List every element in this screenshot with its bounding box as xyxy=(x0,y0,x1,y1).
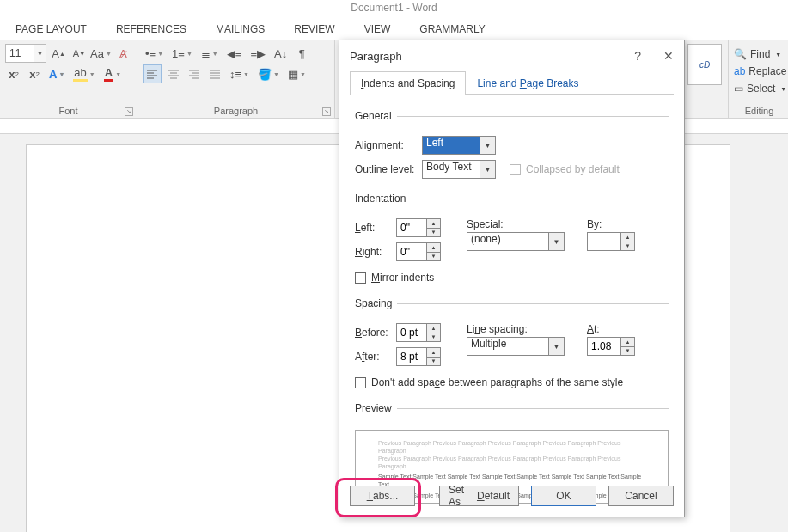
paragraph-dialog-launcher-icon[interactable]: ↘ xyxy=(322,107,331,116)
chevron-down-icon[interactable]: ▼ xyxy=(549,232,565,251)
down-icon[interactable]: ▼ xyxy=(427,253,440,261)
multilevel-list-icon[interactable]: ≣▼ xyxy=(199,44,221,63)
tabs-button[interactable]: Tabs... xyxy=(350,486,415,506)
at-label: At: xyxy=(587,323,600,335)
indent-left-value[interactable] xyxy=(396,218,427,237)
tab-view[interactable]: VIEW xyxy=(364,23,391,35)
preview-legend: Preview xyxy=(355,402,397,414)
align-left-icon[interactable] xyxy=(143,64,162,83)
special-combo[interactable]: (none) ▼ xyxy=(467,232,565,251)
shading-icon[interactable]: 🪣▼ xyxy=(255,64,282,83)
clear-formatting-icon[interactable]: A̷ xyxy=(114,44,131,63)
highlight-icon[interactable]: ab▼ xyxy=(70,64,97,83)
find-button[interactable]: 🔍 Find▼ xyxy=(734,46,785,63)
replace-button[interactable]: ab Replace xyxy=(734,63,785,80)
before-value[interactable] xyxy=(396,323,427,342)
cancel-button[interactable]: Cancel xyxy=(608,486,674,506)
spacing-section: Spacing Before: ▲▼ After: ▲▼ xyxy=(355,297,669,394)
tab-page-layout[interactable]: PAGE LAYOUT xyxy=(15,23,87,35)
font-size-value[interactable]: 11 xyxy=(5,44,34,63)
tab-references[interactable]: REFERENCES xyxy=(116,23,186,35)
dialog-tabs: Indents and Spacing Line and Page Breaks xyxy=(350,71,674,95)
preview-prev-text: Previous Paragraph Previous Paragraph Pr… xyxy=(378,455,645,470)
font-dialog-launcher-icon[interactable]: ↘ xyxy=(125,107,133,116)
dont-add-space-checkbox[interactable]: Don't add space between paragraphs of th… xyxy=(355,376,623,388)
after-value[interactable] xyxy=(396,347,427,366)
spacing-legend: Spacing xyxy=(355,297,397,309)
help-icon[interactable]: ? xyxy=(634,49,641,63)
up-icon[interactable]: ▲ xyxy=(427,324,440,333)
at-value[interactable] xyxy=(587,337,621,356)
up-icon[interactable]: ▲ xyxy=(427,219,440,229)
grow-font-icon[interactable]: A▲ xyxy=(50,44,67,63)
borders-icon[interactable]: ▦▼ xyxy=(285,64,308,83)
chevron-down-icon[interactable]: ▼ xyxy=(549,337,565,356)
tab-review[interactable]: REVIEW xyxy=(294,23,334,35)
shrink-font-icon[interactable]: A▼ xyxy=(70,44,88,63)
down-icon[interactable]: ▼ xyxy=(621,242,634,251)
chevron-down-icon[interactable]: ▼ xyxy=(480,136,496,155)
editing-group: 🔍 Find▼ ab Replace ▭ Select▼ Editing xyxy=(728,40,788,118)
font-color-icon[interactable]: A▼ xyxy=(101,64,124,83)
up-icon[interactable]: ▲ xyxy=(621,338,634,347)
paragraph-group-label: Paragraph ↘ xyxy=(143,106,329,116)
up-icon[interactable]: ▲ xyxy=(427,243,440,253)
up-icon[interactable]: ▲ xyxy=(427,348,440,358)
font-size-combo[interactable]: 11 ▼ xyxy=(5,44,46,63)
line-spacing-combo[interactable]: Multiple ▼ xyxy=(467,337,565,356)
tab-line-page-breaks[interactable]: Line and Page Breaks xyxy=(466,71,589,95)
chevron-down-icon[interactable]: ▼ xyxy=(480,160,496,179)
decrease-indent-icon[interactable]: ◀≡ xyxy=(224,44,245,63)
indent-left-spin[interactable]: ▲▼ xyxy=(396,218,441,237)
increase-indent-icon[interactable]: ≡▶ xyxy=(247,44,268,63)
after-spin[interactable]: ▲▼ xyxy=(396,347,441,366)
indentation-legend: Indentation xyxy=(355,193,411,205)
before-label: Before: xyxy=(355,327,396,339)
tab-indents-spacing[interactable]: Indents and Spacing xyxy=(350,71,466,95)
outline-combo[interactable]: Body Text ▼ xyxy=(422,160,496,179)
up-icon[interactable]: ▲ xyxy=(621,233,634,242)
by-spin[interactable]: ▲▼ xyxy=(587,232,635,251)
set-default-button[interactable]: Set As Default xyxy=(439,486,519,506)
by-label: By: xyxy=(587,218,602,230)
special-value: (none) xyxy=(467,232,549,251)
bullets-icon[interactable]: •≡▼ xyxy=(143,44,166,63)
sort-icon[interactable]: A↓ xyxy=(272,44,290,63)
line-spacing-icon[interactable]: ↕≡▼ xyxy=(227,64,252,83)
alignment-label: Alignment: xyxy=(355,139,422,151)
chevron-down-icon[interactable]: ▼ xyxy=(34,44,46,63)
align-center-icon[interactable] xyxy=(165,64,182,83)
tab-grammarly[interactable]: GRAMMARLY xyxy=(419,23,485,35)
text-effects-icon[interactable]: A▼ xyxy=(46,64,67,83)
indent-right-spin[interactable]: ▲▼ xyxy=(396,242,441,261)
alignment-combo[interactable]: Left ▼ xyxy=(422,136,496,155)
select-button[interactable]: ▭ Select▼ xyxy=(734,80,785,97)
down-icon[interactable]: ▼ xyxy=(427,229,440,237)
before-spin[interactable]: ▲▼ xyxy=(396,323,441,342)
mirror-indents-checkbox[interactable]: Mirror indents xyxy=(355,272,434,284)
ok-button[interactable]: OK xyxy=(531,486,596,506)
dialog-title-text: Paragraph xyxy=(350,50,402,63)
find-icon: 🔍 xyxy=(734,48,747,60)
down-icon[interactable]: ▼ xyxy=(621,347,634,356)
style-swatch[interactable]: cD xyxy=(687,44,722,85)
numbering-icon[interactable]: 1≡▼ xyxy=(169,44,195,63)
indent-right-value[interactable] xyxy=(396,242,427,261)
general-section: General Alignment: Left ▼ Outline level:… xyxy=(355,110,669,184)
at-spin[interactable]: ▲▼ xyxy=(587,337,635,356)
close-icon[interactable]: ✕ xyxy=(663,49,674,63)
subscript-icon[interactable]: x2 xyxy=(5,64,22,83)
window-title: Document1 - Word xyxy=(0,0,788,19)
down-icon[interactable]: ▼ xyxy=(427,333,440,342)
dialog-body: General Alignment: Left ▼ Outline level:… xyxy=(339,95,684,514)
by-value[interactable] xyxy=(587,232,621,251)
superscript-icon[interactable]: x2 xyxy=(26,64,43,83)
show-marks-icon[interactable]: ¶ xyxy=(293,44,310,63)
down-icon[interactable]: ▼ xyxy=(427,358,440,366)
justify-icon[interactable] xyxy=(206,64,223,83)
change-case-icon[interactable]: Aa▼ xyxy=(91,44,111,63)
font-group: 11 ▼ A▲ A▼ Aa▼ A̷ x2 x2 A▼ ab▼ A▼ Font ↘ xyxy=(0,40,137,118)
outline-label: Outline level: xyxy=(355,163,422,175)
tab-mailings[interactable]: MAILINGS xyxy=(216,23,265,35)
align-right-icon[interactable] xyxy=(186,64,203,83)
